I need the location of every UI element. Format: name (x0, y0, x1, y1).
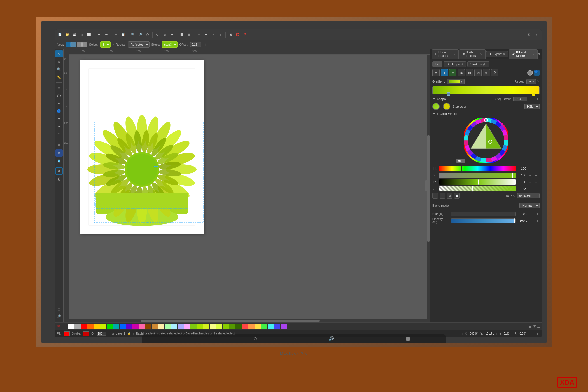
add-stop-btn[interactable]: + (432, 193, 438, 199)
duplicate-btn[interactable]: ❖ (169, 32, 175, 38)
no-color-btn[interactable]: ✕ (56, 324, 61, 329)
fill-mesh-btn[interactable]: ⊞ (466, 69, 473, 76)
palette-color-bright-green[interactable] (261, 324, 267, 329)
h-slider[interactable]: Hue (439, 166, 516, 171)
align-btn[interactable]: ☰ (179, 32, 185, 38)
group-btn[interactable]: ⧉ (154, 32, 160, 38)
home-btn[interactable]: ⊙ (253, 336, 257, 341)
palette-menu-btn[interactable]: ☰ (537, 324, 541, 328)
xml-btn[interactable]: ⟨⟩ (55, 175, 63, 183)
gradient-type-select[interactable]: ▾ (447, 79, 465, 84)
palette-color-gray[interactable] (74, 324, 81, 329)
palette-prev-btn[interactable]: ▲ (528, 324, 532, 328)
star-tool[interactable]: ★ (55, 100, 63, 107)
fill-swatch-btn[interactable]: ⊕ (483, 69, 490, 76)
settings-btn[interactable]: ⚙ (526, 32, 532, 38)
help-btn[interactable]: ❓ (242, 32, 248, 38)
gradient-stop-2[interactable] (532, 92, 535, 96)
undo-close-btn[interactable]: ✕ (453, 53, 456, 56)
palette-color-coral[interactable] (242, 324, 248, 329)
palette-color-green[interactable] (107, 324, 113, 329)
drawing-canvas[interactable] (80, 60, 204, 234)
grid-btn[interactable]: ⊞ (227, 32, 234, 38)
s-minus[interactable]: - (528, 173, 532, 178)
panel-expand-btn[interactable]: ▾ (538, 52, 540, 56)
tab-undo-history[interactable]: ↩ Undo History ✕ (432, 49, 459, 59)
text-tool[interactable]: A (55, 141, 63, 149)
cut-btn[interactable]: ✂ (113, 32, 119, 38)
undo-btn[interactable]: ↩ (96, 32, 102, 38)
gradient-tool[interactable]: ◈ (55, 149, 63, 157)
blur-slider[interactable] (451, 212, 516, 216)
save-btn[interactable]: 💾 (71, 32, 78, 38)
opacity-status-input[interactable] (97, 332, 106, 336)
fill-swatch[interactable] (64, 331, 70, 336)
tab-export[interactable]: ⬆ Export ✕ (486, 51, 508, 57)
new-pattern-btn[interactable] (82, 42, 87, 47)
export-close-btn[interactable]: ✕ (503, 53, 505, 56)
repeat-dropdown[interactable]: Reflected (128, 41, 150, 48)
spiral-tool[interactable]: 🌀 (55, 108, 63, 115)
opacity-slider[interactable] (451, 218, 516, 223)
palette-color-bright-yellow[interactable] (203, 324, 209, 329)
duplicate-stop-btn[interactable]: ⧉ (447, 193, 452, 199)
layers-btn[interactable]: ⧉ (55, 167, 63, 175)
palette-color-violet[interactable] (281, 324, 287, 329)
palette-color-red[interactable] (81, 324, 87, 329)
rgba-hex-input[interactable]: 53ff006e (517, 193, 540, 198)
status-minus[interactable]: - (528, 332, 533, 336)
fill-pattern-btn[interactable]: ▨ (474, 69, 482, 76)
color-icon[interactable]: 💙 (534, 70, 540, 76)
ellipse-tool[interactable]: ◯ (55, 92, 63, 99)
select-tool-btn[interactable]: 🖱 (210, 32, 216, 38)
palette-color-forest[interactable] (229, 324, 235, 329)
palette-color-tan[interactable] (152, 324, 158, 329)
path-effects-close-btn[interactable]: ✕ (480, 53, 482, 56)
rect-tool[interactable]: ▭ (55, 84, 63, 91)
palette-color-lime[interactable] (190, 324, 197, 329)
pointer-tool[interactable]: ↖ (55, 50, 63, 57)
palette-color-blue[interactable] (120, 324, 126, 329)
palette-color-pale-yellow[interactable] (210, 324, 216, 329)
vertical-scrollbar[interactable] (427, 55, 430, 322)
a-minus[interactable]: - (528, 186, 532, 191)
zoom-fit-page-btn[interactable]: ⊞ (55, 305, 63, 313)
palette-color-mauve[interactable] (184, 324, 190, 329)
s-slider[interactable] (439, 173, 516, 178)
tab-path-effects[interactable]: ⌘ Path Effects ✕ (459, 49, 486, 59)
h-minus[interactable]: - (528, 166, 532, 171)
pencil-tool[interactable]: ✏ (55, 123, 63, 130)
palette-color-teal[interactable] (113, 324, 119, 329)
palette-color-dark-green[interactable] (235, 324, 242, 329)
palette-color-purple[interactable] (126, 324, 132, 329)
palette-color-peach[interactable] (248, 324, 255, 329)
dropper-tool[interactable]: 💧 (55, 157, 63, 164)
new-linear-btn[interactable] (66, 42, 71, 47)
color-mode-select[interactable]: HSL RGB HSV (524, 104, 540, 109)
new-mesh-btn[interactable] (77, 42, 82, 47)
fill-none-btn[interactable]: ✕ (432, 69, 440, 76)
distribute-btn[interactable]: ▤ (186, 32, 192, 38)
more-btn[interactable]: › (533, 32, 540, 38)
speaker-btn[interactable]: 🔊 (328, 336, 334, 341)
remove-stop-btn[interactable]: - (440, 193, 445, 199)
palette-color-brown[interactable] (145, 324, 151, 329)
a-slider[interactable] (439, 186, 516, 191)
measure-tool[interactable]: 📏 (55, 74, 63, 81)
s-plus[interactable]: + (534, 173, 538, 178)
text-btn[interactable]: T (218, 32, 224, 38)
fill-stroke-close-btn[interactable]: ✕ (532, 53, 535, 56)
node-edit-tool[interactable]: ◇ (55, 58, 63, 65)
select-dropdown[interactable]: 3 (100, 41, 111, 48)
new-doc-btn[interactable]: 📄 (57, 32, 63, 38)
bezier-tool[interactable]: ⌒ (55, 131, 63, 138)
snap-icon[interactable] (527, 70, 533, 76)
palette-color-yellow-green[interactable] (197, 324, 203, 329)
screen-btn[interactable]: ⬤ (405, 336, 410, 341)
stops-dropdown[interactable]: stop3 (162, 41, 178, 48)
stop-offset-plus[interactable]: + (535, 97, 540, 101)
palette-color-butter[interactable] (255, 324, 261, 329)
palette-color-pink[interactable] (132, 324, 139, 329)
zoom-fit-btn[interactable]: ⬡ (144, 32, 151, 38)
l-minus[interactable]: - (528, 180, 532, 184)
